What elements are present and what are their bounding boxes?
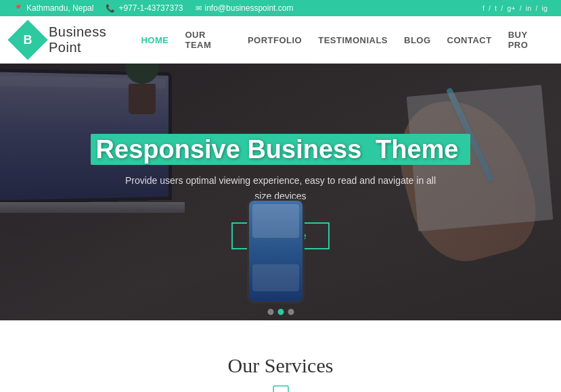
- logo-diamond: B: [7, 20, 47, 59]
- nav-portfolio[interactable]: PORTFOLIO: [248, 35, 302, 45]
- phone-content-top: [252, 204, 299, 238]
- nav-buy-pro[interactable]: BUY PRO: [508, 30, 547, 50]
- nav-testimonials[interactable]: TESTIMONIALS: [318, 35, 388, 45]
- phone-item[interactable]: 📞 +977-1-43737373: [106, 3, 183, 13]
- services-divider: [27, 385, 534, 392]
- top-bar-right: f / t / g+ / in / ig: [483, 4, 547, 12]
- svg-rect-0: [273, 386, 288, 392]
- email-text: info@businesspoint.com: [205, 3, 294, 13]
- social-sep3: /: [520, 4, 522, 12]
- email-item[interactable]: ✉ info@businesspoint.com: [196, 3, 294, 13]
- hero-title: Responsive Business Theme: [91, 134, 471, 166]
- logo-text: Business Point: [49, 24, 141, 55]
- dot-2[interactable]: [277, 309, 284, 315]
- location-icon: 📍: [14, 4, 23, 13]
- hero-title-highlight: Theme: [369, 134, 465, 165]
- googleplus-icon[interactable]: g+: [507, 4, 516, 12]
- social-sep4: /: [535, 4, 537, 12]
- hero-title-text: Responsive Business Theme: [91, 134, 471, 165]
- location-text: Kathmandu, Nepal: [26, 3, 93, 13]
- facebook-icon[interactable]: f: [483, 4, 485, 12]
- social-sep1: /: [489, 4, 491, 12]
- dot-1[interactable]: [267, 309, 273, 315]
- nav-contact[interactable]: CONTACT: [447, 35, 492, 45]
- header: B Business Point HOME OUR TEAM PORTFOLIO…: [0, 16, 561, 64]
- nav-our-team[interactable]: OUR TEAM: [185, 30, 231, 50]
- location-item: 📍 Kathmandu, Nepal: [14, 3, 93, 13]
- phone-content-bottom: [252, 264, 299, 291]
- nav-blog[interactable]: BLOG: [404, 35, 431, 45]
- logo[interactable]: B Business Point: [14, 24, 141, 55]
- top-bar-left: 📍 Kathmandu, Nepal 📞 +977-1-43737373 ✉ i…: [14, 3, 293, 13]
- email-icon: ✉: [196, 4, 202, 13]
- phone-text: +977-1-43737373: [118, 3, 183, 13]
- phone-shape: [247, 199, 305, 303]
- logo-letter: B: [24, 33, 32, 47]
- services-icon: [269, 385, 293, 392]
- social-icons: f / t / g+ / in / ig: [483, 4, 547, 12]
- services-title: Our Services: [27, 354, 534, 377]
- main-nav: HOME OUR TEAM PORTFOLIO TESTIMONIALS BLO…: [141, 30, 547, 50]
- phone-icon: 📞: [106, 4, 115, 13]
- nav-home[interactable]: HOME: [141, 35, 169, 45]
- social-sep2: /: [501, 4, 503, 12]
- linkedin-icon[interactable]: in: [526, 4, 532, 12]
- top-bar: 📍 Kathmandu, Nepal 📞 +977-1-43737373 ✉ i…: [0, 0, 561, 16]
- slider-dots: [267, 309, 294, 315]
- dot-3[interactable]: [288, 309, 294, 315]
- twitter-icon[interactable]: t: [495, 4, 497, 12]
- instagram-icon[interactable]: ig: [541, 4, 547, 12]
- hero-section: Responsive Business Theme Provide users …: [0, 64, 561, 320]
- services-section: Our Services We are creative design agen…: [0, 320, 561, 392]
